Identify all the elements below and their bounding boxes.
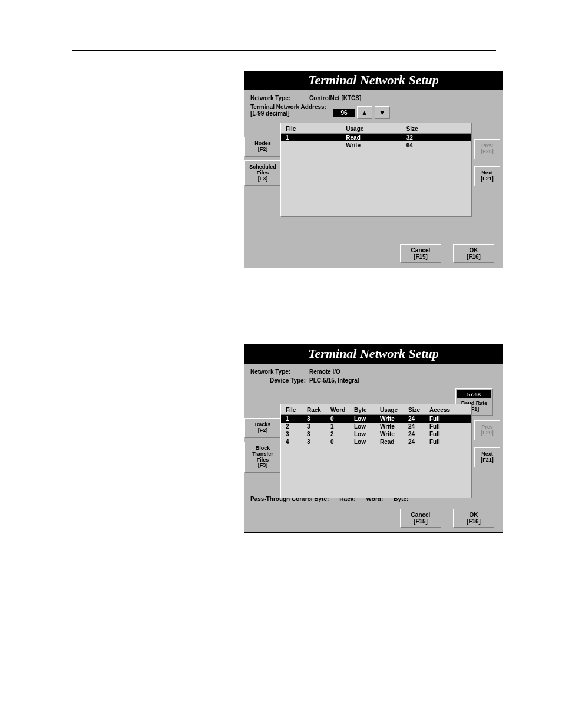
- terminal-network-setup-remoteio: Terminal Network Setup Network Type: Rem…: [244, 344, 503, 533]
- cell-file: 1: [286, 416, 305, 422]
- cell-usage: Write: [346, 142, 406, 149]
- col-usage: Usage: [380, 407, 406, 413]
- cell-file: 2: [286, 423, 305, 430]
- cell-access: Full: [429, 431, 458, 437]
- cell-size: 24: [408, 423, 427, 430]
- ok-button[interactable]: OK[F16]: [453, 509, 494, 528]
- ok-button[interactable]: OK[F16]: [453, 244, 494, 263]
- col-rack: Rack: [307, 407, 328, 413]
- list-row[interactable]: Write64: [281, 141, 471, 149]
- tab-block-transfer-files[interactable]: BlockTransferFiles[F3]: [244, 442, 281, 473]
- cancel-button[interactable]: Cancel[F15]: [400, 509, 441, 528]
- cell-word: 0: [330, 416, 352, 422]
- address-range: [1-99 decimal]: [250, 110, 333, 117]
- dialog-title: Terminal Network Setup: [244, 345, 503, 364]
- cell-access: Full: [429, 416, 458, 422]
- cell-byte: Low: [354, 416, 378, 422]
- prev-button[interactable]: Prev[F20]: [474, 139, 500, 159]
- cell-size: 24: [408, 416, 427, 422]
- rack-list[interactable]: File Rack Word Byte Usage Size Access 13…: [280, 404, 472, 498]
- list-row[interactable]: 231LowWrite24Full: [281, 423, 471, 430]
- cell-byte: Low: [354, 431, 378, 437]
- cell-file: 1: [286, 134, 346, 141]
- cell-rack: 3: [307, 439, 328, 445]
- col-file: File: [286, 126, 346, 132]
- cell-file: 3: [286, 431, 305, 437]
- address-down-button[interactable]: ▼: [375, 106, 390, 119]
- list-row[interactable]: 332LowWrite24Full: [281, 430, 471, 438]
- cell-access: Full: [429, 439, 458, 445]
- cell-word: 0: [330, 439, 352, 445]
- network-type-label: Network Type:: [250, 95, 309, 101]
- next-button[interactable]: Next[F21]: [474, 447, 500, 467]
- list-row[interactable]: 1Read32: [281, 134, 471, 141]
- cell-usage: Read: [380, 439, 406, 445]
- cell-word: 2: [330, 431, 352, 437]
- tab-racks[interactable]: Racks[F2]: [244, 418, 281, 438]
- cell-usage: Write: [380, 431, 406, 437]
- col-size: Size: [406, 126, 467, 132]
- list-row[interactable]: 130LowWrite24Full: [281, 415, 471, 423]
- cell-file: 4: [286, 439, 305, 445]
- cell-byte: Low: [354, 423, 378, 430]
- address-up-button[interactable]: ▲: [357, 106, 372, 119]
- triangle-down-icon: ▼: [379, 109, 385, 116]
- cell-size: 24: [408, 439, 427, 445]
- cell-rack: 3: [307, 423, 328, 430]
- triangle-up-icon: ▲: [361, 109, 368, 116]
- tab-scheduled-files[interactable]: ScheduledFiles[F3]: [244, 160, 281, 186]
- file-list[interactable]: File Usage Size 1Read32Write64: [280, 123, 472, 217]
- cell-usage: Write: [380, 423, 406, 430]
- tab-nodes[interactable]: Nodes[F2]: [244, 137, 281, 157]
- cell-size: 32: [406, 134, 467, 141]
- col-usage: Usage: [346, 126, 406, 132]
- col-access: Access: [429, 407, 458, 413]
- network-type-label: Network Type:: [250, 368, 309, 375]
- cell-usage: Write: [380, 416, 406, 422]
- cell-access: Full: [429, 423, 458, 430]
- cell-word: 1: [330, 423, 352, 430]
- network-type-value: Remote I/O: [309, 368, 340, 375]
- cell-rack: 3: [307, 431, 328, 437]
- list-row[interactable]: 430LowRead24Full: [281, 438, 471, 446]
- next-button[interactable]: Next[F21]: [474, 166, 500, 186]
- device-type-label: Device Type:: [250, 377, 309, 384]
- cell-rack: 3: [307, 416, 328, 422]
- cell-byte: Low: [354, 439, 378, 445]
- cell-size: 24: [408, 431, 427, 437]
- device-type-value: PLC-5/15, Integral: [309, 377, 359, 384]
- network-type-value: ControlNet [KTCS]: [309, 95, 361, 101]
- address-label: Terminal Network Address:: [250, 104, 333, 110]
- dialog-title: Terminal Network Setup: [244, 71, 503, 90]
- col-file: File: [286, 407, 305, 413]
- address-value[interactable]: 96: [333, 109, 355, 117]
- cell-file: [286, 142, 346, 149]
- terminal-network-setup-controlnet: Terminal Network Setup Network Type: Con…: [244, 71, 503, 268]
- cell-size: 64: [406, 142, 467, 149]
- cell-usage: Read: [346, 134, 406, 141]
- prev-button[interactable]: Prev[F20]: [474, 420, 500, 440]
- baud-rate-value: 57.6K: [457, 390, 491, 398]
- col-size: Size: [408, 407, 427, 413]
- col-byte: Byte: [354, 407, 378, 413]
- cancel-button[interactable]: Cancel[F15]: [400, 244, 441, 263]
- col-word: Word: [330, 407, 352, 413]
